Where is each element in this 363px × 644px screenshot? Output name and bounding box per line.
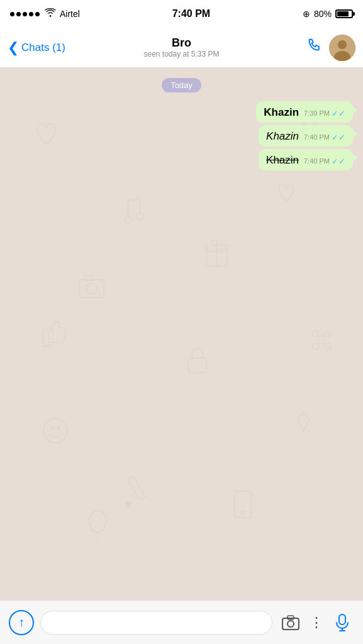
- message-text-2: Khazin: [266, 130, 299, 143]
- message-input[interactable]: [40, 611, 272, 635]
- status-time: 7:40 PM: [172, 8, 210, 19]
- dots-icon: ⋮: [310, 614, 324, 631]
- battery-fill: [337, 11, 349, 16]
- message-text-3: Khazin: [266, 154, 299, 167]
- phone-icon[interactable]: [306, 38, 323, 58]
- svg-point-9: [51, 427, 53, 430]
- svg-point-8: [43, 419, 67, 443]
- back-label[interactable]: Chats (1): [21, 42, 65, 54]
- svg-point-10: [57, 427, 60, 430]
- send-icon: ↑: [18, 615, 25, 630]
- message-time-2: 7:40 PM: [304, 133, 330, 141]
- message-meta-3: 7:40 PM ✓✓: [304, 157, 345, 166]
- chat-area: Today Khazin 7:39 PM ✓✓ Khazin 7:40 PM ✓…: [0, 68, 363, 600]
- message-meta-2: 7:40 PM ✓✓: [304, 133, 345, 142]
- signal-dot-1: [10, 12, 14, 16]
- svg-rect-23: [128, 476, 145, 500]
- message-meta-1: 7:39 PM ✓✓: [304, 109, 345, 118]
- message-bubble-1: Khazin 7:39 PM ✓✓: [256, 101, 353, 123]
- svg-rect-3: [80, 279, 104, 297]
- date-badge: Today: [162, 78, 201, 92]
- svg-point-15: [313, 331, 319, 337]
- svg-point-1: [338, 40, 347, 49]
- svg-point-19: [89, 511, 106, 533]
- svg-point-16: [325, 331, 331, 337]
- message-time-1: 7:39 PM: [304, 109, 330, 117]
- signal-dot-2: [16, 12, 21, 16]
- chat-subtitle: seen today at 5:33 PM: [143, 50, 219, 58]
- battery-indicator: [335, 9, 353, 18]
- wifi-icon: [45, 8, 56, 19]
- status-bar: Airtel 7:40 PM ⊕ 80%: [0, 0, 363, 28]
- svg-point-17: [313, 343, 319, 349]
- message-bubble-3: Khazin 7:40 PM ✓✓: [259, 149, 353, 170]
- signal-dot-4: [29, 12, 33, 16]
- signal-dot-3: [23, 12, 27, 16]
- status-left: Airtel: [10, 8, 80, 19]
- message-bubble-2: Khazin 7:40 PM ✓✓: [259, 125, 353, 147]
- back-button[interactable]: ❮ Chats (1): [8, 40, 65, 56]
- chat-messages: Today Khazin 7:39 PM ✓✓ Khazin 7:40 PM ✓…: [0, 68, 363, 178]
- message-check-2: ✓✓: [332, 133, 345, 142]
- more-options-button[interactable]: ⋮: [309, 611, 324, 635]
- svg-rect-5: [86, 276, 93, 281]
- svg-point-26: [288, 621, 294, 627]
- microphone-button[interactable]: [330, 611, 354, 635]
- lock-icon: ⊕: [303, 9, 310, 19]
- messages-container: Khazin 7:39 PM ✓✓ Khazin 7:40 PM ✓✓ Khaz…: [10, 101, 353, 170]
- nav-bar: ❮ Chats (1) Bro seen today at 5:33 PM: [0, 28, 363, 68]
- message-text-1: Khazin: [264, 106, 299, 119]
- svg-rect-28: [339, 614, 345, 625]
- send-button[interactable]: ↑: [9, 610, 34, 635]
- carrier-label: Airtel: [60, 9, 80, 19]
- svg-marker-24: [126, 502, 132, 508]
- camera-button[interactable]: [279, 611, 303, 635]
- signal-strength: [10, 12, 40, 16]
- svg-rect-6: [189, 358, 207, 372]
- nav-center: Bro seen today at 5:33 PM: [143, 36, 219, 58]
- back-chevron-icon: ❮: [8, 40, 19, 56]
- svg-marker-22: [298, 413, 310, 431]
- status-right: ⊕ 80%: [303, 9, 353, 19]
- svg-point-14: [318, 336, 325, 344]
- nav-right: [306, 35, 355, 61]
- chat-title: Bro: [143, 36, 219, 50]
- bottom-toolbar: ↑ ⋮: [0, 600, 363, 644]
- svg-point-4: [86, 283, 97, 294]
- svg-point-11: [241, 511, 245, 515]
- battery-percent: 80%: [314, 9, 332, 19]
- message-check-1: ✓✓: [332, 109, 345, 118]
- contact-avatar[interactable]: [329, 35, 355, 61]
- signal-dot-5: [35, 12, 40, 16]
- svg-point-18: [325, 343, 331, 349]
- message-check-3: ✓✓: [332, 157, 345, 166]
- message-time-3: 7:40 PM: [304, 157, 330, 165]
